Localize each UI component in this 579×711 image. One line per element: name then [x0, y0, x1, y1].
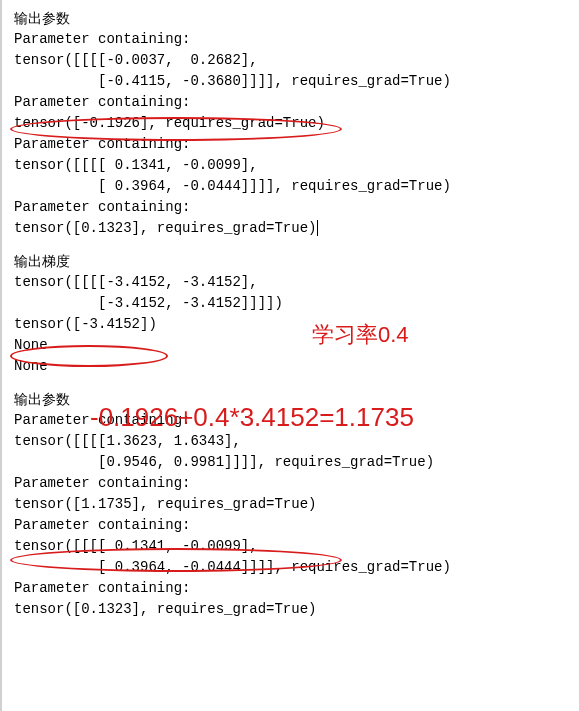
output-line-circled: tensor([-0.1926], requires_grad=True) — [14, 113, 567, 134]
output-line: [0.9546, 0.9981]]]], requires_grad=True) — [14, 452, 567, 473]
blank-spacer — [14, 377, 567, 389]
output-line: tensor([[[[-0.0037, 0.2682], — [14, 50, 567, 71]
blank-spacer — [14, 239, 567, 251]
output-text: tensor([0.1323], requires_grad=True) — [14, 220, 316, 236]
output-line-circled: tensor([1.1735], requires_grad=True) — [14, 494, 567, 515]
output-line: [-0.4115, -0.3680]]]], requires_grad=Tru… — [14, 71, 567, 92]
output-line: Parameter containing: — [14, 92, 567, 113]
output-line: Parameter containing: — [14, 515, 567, 536]
section3-heading: 输出参数 — [14, 389, 567, 410]
output-line: Parameter containing: — [14, 578, 567, 599]
section1-heading: 输出参数 — [14, 8, 567, 29]
output-line: Parameter containing: — [14, 197, 567, 218]
text-cursor — [317, 220, 318, 236]
output-line: None — [14, 335, 567, 356]
section2-heading: 输出梯度 — [14, 251, 567, 272]
output-line: None — [14, 356, 567, 377]
output-line: tensor([0.1323], requires_grad=True) — [14, 599, 567, 620]
output-line: Parameter containing: — [14, 29, 567, 50]
output-line: tensor([[[[ 0.1341, -0.0099], — [14, 536, 567, 557]
output-line-circled: tensor([-3.4152]) — [14, 314, 567, 335]
output-line: [ 0.3964, -0.0444]]]], requires_grad=Tru… — [14, 176, 567, 197]
output-line: tensor([[[[ 0.1341, -0.0099], — [14, 155, 567, 176]
output-line: [-3.4152, -3.4152]]]]) — [14, 293, 567, 314]
output-line: [ 0.3964, -0.0444]]]], requires_grad=Tru… — [14, 557, 567, 578]
output-line: Parameter containing: — [14, 473, 567, 494]
output-line: tensor([[[[1.3623, 1.6343], — [14, 431, 567, 452]
output-line: tensor([0.1323], requires_grad=True) — [14, 218, 567, 239]
output-line: Parameter containing: — [14, 410, 567, 431]
output-line: Parameter containing: — [14, 134, 567, 155]
output-line: tensor([[[[-3.4152, -3.4152], — [14, 272, 567, 293]
